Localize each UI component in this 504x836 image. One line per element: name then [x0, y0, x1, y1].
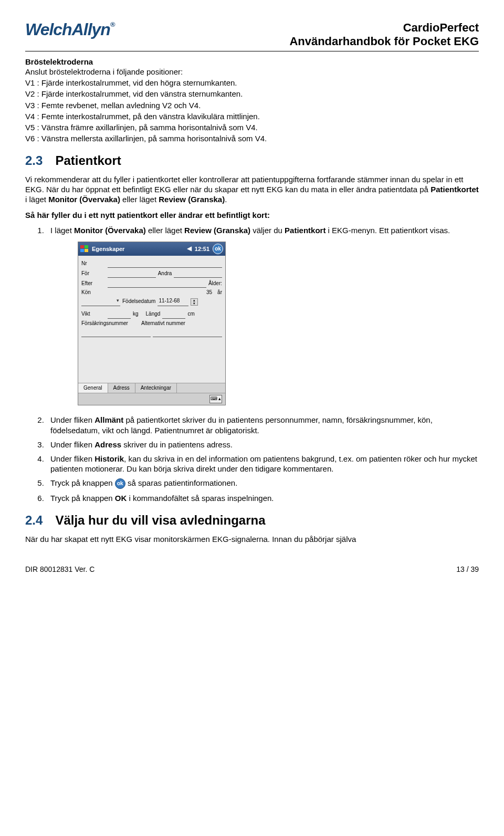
- footer-page-number: 13 / 39: [456, 565, 479, 574]
- input-for[interactable]: [108, 269, 156, 278]
- document-header: WelchAllyn® CardioPerfect Användarhandbo…: [25, 21, 479, 49]
- speaker-icon: ◀: [187, 245, 192, 253]
- section-2-4-paragraph: När du har skapat ett nytt EKG visar mon…: [25, 534, 479, 544]
- step-3: Under fliken Adress skriver du in patien…: [46, 440, 479, 450]
- input-andra[interactable]: [174, 269, 222, 278]
- value-alder: 35: [196, 289, 212, 296]
- input-efter[interactable]: [108, 279, 206, 288]
- input-vikt[interactable]: [108, 310, 131, 319]
- ppc-window: Egenskaper ◀ 12:51 ok Nr För Andra: [78, 242, 226, 405]
- spinner-fodelsedatum[interactable]: ▴▾: [191, 298, 198, 306]
- label-alternativt: Alternativt nummer: [141, 320, 199, 327]
- label-nr: Nr: [81, 260, 106, 267]
- label-kon: Kön: [81, 289, 106, 296]
- input-alternativt[interactable]: [153, 329, 222, 337]
- step-6: Tryck på knappen OK i kommandofältet så …: [46, 493, 479, 503]
- section-2-3-subhead: Så här fyller du i ett nytt patientkort …: [25, 210, 479, 220]
- input-fodelsedatum[interactable]: 11-12-68: [158, 298, 188, 306]
- step-5: Tryck på knappen ok så sparas patientinf…: [46, 478, 479, 489]
- steps-list: I läget Monitor (Övervaka) eller läget R…: [25, 225, 479, 504]
- input-langd[interactable]: [162, 310, 185, 319]
- header-divider: [25, 51, 479, 51]
- document-title: CardioPerfect Användarhandbok för Pocket…: [289, 21, 479, 49]
- electrode-v3: V3 : Femte revbenet, mellan avledning V2…: [25, 100, 479, 110]
- input-nr[interactable]: [108, 259, 222, 268]
- label-efter: Efter: [81, 280, 106, 287]
- label-langd: Längd: [146, 311, 161, 318]
- step-1: I läget Monitor (Övervaka) eller läget R…: [46, 225, 479, 406]
- ppc-ok-button[interactable]: ok: [213, 244, 223, 254]
- ppc-clock: 12:51: [195, 245, 209, 253]
- label-vikt: Vikt: [81, 311, 106, 318]
- tab-anteckningar[interactable]: Anteckningar: [135, 383, 177, 393]
- windows-flag-icon: [80, 245, 89, 253]
- brand-logo: WelchAllyn®: [25, 21, 114, 38]
- keyboard-icon[interactable]: ⌨ ▴: [209, 395, 222, 403]
- dropdown-kon[interactable]: [81, 298, 120, 306]
- ppc-tabs: General Adress Anteckningar: [78, 383, 225, 393]
- label-fodelsedatum: Födelsedatum: [122, 298, 155, 305]
- label-ar: år: [217, 289, 222, 296]
- label-andra: Andra: [158, 270, 172, 277]
- section-2-3-heading: 2.3Patientkort: [25, 153, 479, 169]
- ppc-bottombar: ⌨ ▴: [78, 393, 225, 405]
- ppc-titlebar: Egenskaper ◀ 12:51 ok: [78, 242, 225, 256]
- footer-version: DIR 80012831 Ver. C: [25, 565, 94, 574]
- patientkort-screenshot: Egenskaper ◀ 12:51 ok Nr För Andra: [78, 242, 479, 405]
- electrode-v4: V4 : Femte interkostalrummet, på den vän…: [25, 111, 479, 121]
- section-2-4-heading: 2.4Välja hur du vill visa avledningarna: [25, 513, 479, 529]
- tab-general[interactable]: General: [78, 383, 108, 393]
- electrode-v6: V6 : Vänstra mellersta axillarlinjen, på…: [25, 133, 479, 143]
- label-alder: Ålder:: [208, 280, 222, 287]
- ok-icon: ok: [115, 478, 125, 489]
- electrodes-intro: Anslut bröstelektroderna i följande posi…: [25, 67, 479, 77]
- label-kg: kg: [133, 311, 139, 318]
- electrode-v2: V2 : Fjärde interkostalrummet, vid den v…: [25, 89, 479, 99]
- electrode-v5: V5 : Vänstra främre axillarlinjen, på sa…: [25, 122, 479, 132]
- step-4: Under fliken Historik, kan du skriva in …: [46, 454, 479, 474]
- ppc-title: Egenskaper: [92, 245, 124, 253]
- ppc-form: Nr För Andra Efter Ålder:: [78, 256, 225, 341]
- step-2: Under fliken Allmänt på patientkortet sk…: [46, 415, 479, 435]
- page-footer: DIR 80012831 Ver. C 13 / 39: [25, 565, 479, 574]
- label-for: För: [81, 270, 106, 277]
- section-2-3-paragraph: Vi rekommenderar att du fyller i patient…: [25, 174, 479, 205]
- electrodes-heading: Bröstelektroderna: [25, 57, 479, 67]
- electrode-v1: V1 : Fjärde interkostalrummet, vid den h…: [25, 78, 479, 88]
- label-cm: cm: [187, 311, 194, 318]
- input-forsakring[interactable]: [81, 329, 151, 337]
- tab-adress[interactable]: Adress: [108, 383, 135, 393]
- label-forsakring: Försäkringsnummer: [81, 320, 139, 327]
